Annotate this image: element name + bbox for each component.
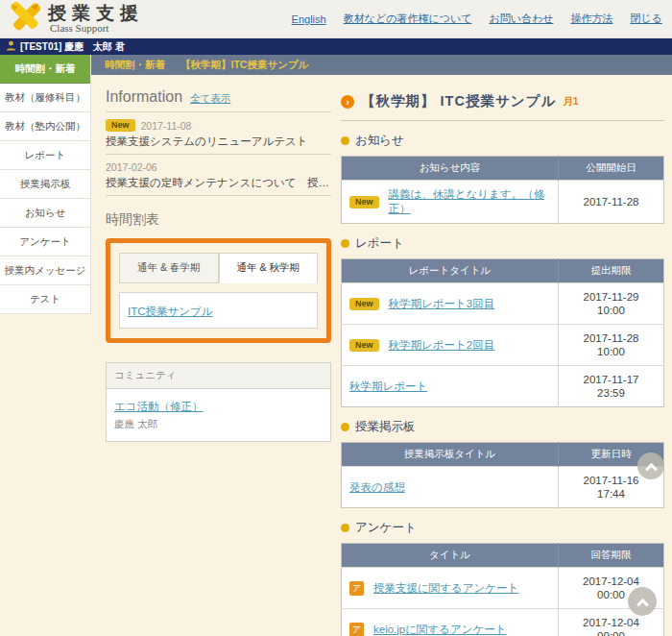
community-link[interactable]: エコ活動（修正） [114,401,204,412]
report-due-time: 10:00 [566,345,656,358]
section-reports-title: レポート [355,235,404,252]
table-row: 秋学期レポート 2017-11-17 23:59 [342,366,664,407]
community-title: コミュニティ [107,363,330,389]
report-due-time: 10:00 [566,304,656,317]
course-period: 月1 [563,95,578,109]
bullet-icon [341,524,349,532]
board-table: 授業掲示板タイトル 更新日時 発表の感想 2017-11-16 17:44 [341,442,664,508]
information-item: New 2017-11-08 授業支援システムのリニューアルテスト [106,112,331,155]
information-text[interactable]: 授業支援システムのリニューアルテスト [106,135,331,148]
tab-fall-semester[interactable]: 通年 & 秋学期 [219,253,319,283]
link-how-to-use[interactable]: 操作方法 [570,12,612,26]
table-row: 発表の感想 2017-11-16 17:44 [342,467,664,508]
survey-due-time: 00:00 [566,629,656,636]
report-due-time: 23:59 [566,386,656,400]
section-surveys-title: アンケート [355,520,417,536]
semester-tabs: 通年 & 春学期 通年 & 秋学期 [119,253,318,283]
report-link[interactable]: 秋学期レポート2回目 [389,338,495,353]
breadcrumb-item-timetable[interactable]: 時間割・新着 [105,59,165,72]
reports-table: レポートタイトル 提出期限 New 秋学期レポート3回目 2017-11-29 … [341,258,664,407]
top-nav: English 教材などの著作権について お問い合わせ 操作方法 閉じる [292,12,662,26]
information-title: Information [106,88,182,106]
timetable-course-box: ITC授業サンプル [119,292,318,329]
app-title: 授業支援 [48,4,144,23]
surveys-table: タイトル 回答期限 ア 授業支援に関するアンケート 2017-12-04 00:… [341,543,664,636]
link-close[interactable]: 閉じる [630,12,662,26]
divider [341,120,664,121]
bullet-icon [341,239,349,248]
community-item: エコ活動（修正） 慶應 太郎 [107,389,330,441]
sidebar-item-timetable-new[interactable]: 時間割・新着 [0,55,90,84]
table-row: ア 授業支援に関するアンケート 2017-12-04 00:00 [342,568,664,609]
report-link[interactable]: 秋学期レポート [349,379,427,394]
bullet-icon [341,423,349,431]
report-link[interactable]: 秋学期レポート3回目 [389,297,495,311]
survey-type-icon: ア [349,581,364,596]
bullet-icon [341,136,349,145]
new-badge: New [349,298,379,310]
column-header: 提出期限 [559,259,664,283]
scroll-top-button[interactable] [628,587,657,616]
chevron-up-icon [645,462,658,475]
information-show-all-link[interactable]: 全て表示 [190,92,230,106]
section-board-title: 授業掲示板 [355,419,416,435]
link-copyright-info[interactable]: 教材などの著作権について [344,12,472,26]
new-badge: New [349,339,379,352]
timetable-course-link[interactable]: ITC授業サンプル [128,306,213,317]
course-title: 【秋学期】 ITC授業サンプル [361,92,556,110]
new-badge: New [106,119,135,132]
report-due-date: 2017-11-28 [566,331,656,345]
sidebar-item-materials-public[interactable]: 教材（塾内公開） [0,112,90,141]
chevron-up-icon [636,598,649,610]
sidebar-item-announcements[interactable]: お知らせ [0,199,90,228]
link-english[interactable]: English [292,13,326,25]
scroll-top-button[interactable] [637,453,664,479]
table-row: New 秋学期レポート2回目 2017-11-28 10:00 [342,325,664,366]
sidebar-item-surveys[interactable]: アンケート [0,228,90,257]
announcement-link[interactable]: 講義は、休講となります。（修正） [389,187,550,216]
table-row: ア keio.jpに関するアンケート 2017-12-04 00:00 [342,609,664,636]
information-item: 2017-02-06 授業支援の定時メンテナンスについて 授業支援では、毎日… [106,155,331,196]
new-badge: New [349,196,379,208]
column-header: 公開開始日 [559,157,664,181]
sidebar-item-tests[interactable]: テスト [0,285,90,314]
breadcrumb: 時間割・新着 【秋学期】ITC授業サンプル [91,55,672,75]
announcement-date: 2017-11-28 [559,181,664,224]
breadcrumb-item-course[interactable]: 【秋学期】ITC授業サンプル [180,59,308,72]
column-header: タイトル [342,544,559,568]
survey-type-icon: ア [349,623,364,636]
tab-spring-semester[interactable]: 通年 & 春学期 [119,253,219,283]
community-box: コミュニティ エコ活動（修正） 慶應 太郎 [106,362,331,442]
user-bar: [TEST01] 慶應 太郎 君 [0,38,672,55]
orange-highlight-box: 通年 & 春学期 通年 & 秋学期 ITC授業サンプル [106,238,331,343]
survey-due-date: 2017-12-04 [566,616,656,629]
table-row: New 秋学期レポート3回目 2017-11-29 10:00 [342,283,664,325]
column-header: レポートタイトル [342,259,559,283]
crossed-pencils-logo-icon [8,2,42,37]
sidebar-item-class-messages[interactable]: 授業内メッセージ [0,257,90,285]
board-updated-time: 17:44 [566,487,656,501]
table-row: New 講義は、休講となります。（修正） 2017-11-28 [342,181,664,224]
information-text[interactable]: 授業支援の定時メンテナンスについて 授業支援では、毎日… [106,176,331,189]
app-logo: 授業支援 Class Support [8,2,144,37]
report-due-date: 2017-11-17 [566,373,656,386]
user-icon [6,40,16,53]
sidebar-item-class-board[interactable]: 授業掲示板 [0,170,90,199]
survey-due-date: 2017-12-04 [566,575,656,588]
survey-link[interactable]: 授業支援に関するアンケート [373,581,518,596]
information-date: 2017-11-08 [141,120,192,132]
column-header: お知らせ内容 [342,157,559,181]
information-date: 2017-02-06 [106,161,157,173]
link-contact[interactable]: お問い合わせ [489,12,553,26]
community-owner: 慶應 太郎 [114,418,323,431]
section-announcements-title: お知らせ [355,133,404,149]
board-link[interactable]: 発表の感想 [349,480,405,495]
timetable-title: 時間割表 [106,211,331,229]
column-header: 回答期限 [559,544,664,568]
announcements-table: お知らせ内容 公開開始日 New 講義は、休講となります。（修正） 2017-1… [341,156,664,224]
report-due-date: 2017-11-29 [566,290,656,304]
sidebar-item-reports[interactable]: レポート [0,141,90,170]
sidebar-item-materials-registered[interactable]: 教材（履修科目） [0,84,90,112]
survey-link[interactable]: keio.jpに関するアンケート [373,623,507,636]
sidebar: 時間割・新着 教材（履修科目） 教材（塾内公開） レポート 授業掲示板 お知らせ… [0,55,91,314]
